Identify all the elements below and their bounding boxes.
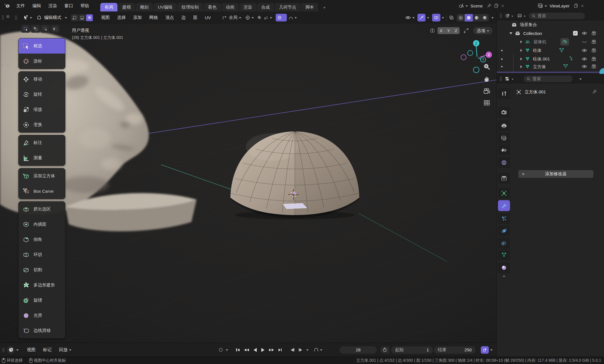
workspace-tab-compositing[interactable]: 合成	[257, 3, 274, 11]
pivot-point-dropdown[interactable]	[245, 15, 254, 20]
workspace-tab-shading[interactable]: 着色	[204, 3, 221, 11]
camera-expand-caret[interactable]	[520, 40, 522, 43]
add-menu[interactable]: 添加	[130, 15, 146, 20]
tool-inset-faces[interactable]: 内插面	[19, 217, 65, 232]
perspective-toggle-icon[interactable]	[483, 99, 491, 106]
menu-edit[interactable]: 编辑	[29, 3, 45, 9]
workspace-tab-uv[interactable]: UV编辑	[154, 3, 177, 11]
show-overlays-toggle[interactable]	[432, 14, 440, 21]
workspace-tab-animation[interactable]: 动画	[221, 3, 239, 11]
tool-scale[interactable]: 缩放	[19, 102, 65, 117]
scene-icon[interactable]	[458, 3, 464, 8]
camera-eye-closed-icon[interactable]	[582, 41, 587, 44]
timeline-view-menu[interactable]: 视图	[23, 347, 39, 353]
outliner-display-caret[interactable]	[511, 16, 513, 18]
edge-select-button[interactable]	[79, 14, 85, 21]
proportional-falloff-icon[interactable]	[289, 16, 293, 20]
play-button[interactable]	[260, 346, 266, 354]
collection-camera-icon[interactable]	[591, 31, 596, 36]
blender-logo-icon[interactable]	[3, 3, 10, 9]
frame-end-field[interactable]: 结束 250	[434, 346, 476, 354]
properties-editor-icon[interactable]	[505, 76, 510, 81]
jump-to-end-button[interactable]	[277, 346, 284, 354]
region-collapse-chevron-1[interactable]	[1, 64, 3, 66]
tab-scene[interactable]	[498, 144, 510, 155]
mirror-z-button[interactable]: Z	[452, 27, 460, 34]
jump-to-start-button[interactable]	[234, 346, 241, 354]
viewlayer-name[interactable]: ViewLayer	[550, 3, 570, 8]
viewport-3d[interactable]: 编辑模式 视图 选择 添加 网格 顶点 边 面 UV 全局	[0, 11, 497, 343]
tab-constraints[interactable]	[498, 238, 510, 249]
workspace-tab-scripting[interactable]: 脚本	[301, 3, 318, 11]
workspace-tab-rendering[interactable]: 渲染	[239, 3, 256, 11]
workspace-tab-sculpting[interactable]: 雕刻	[136, 3, 153, 11]
pan-hand-icon[interactable]	[483, 75, 491, 83]
select-box-variant-button[interactable]	[31, 25, 40, 33]
timeline-playback-menu[interactable]: 回放	[55, 347, 75, 353]
outliner-display-mode-icon[interactable]	[505, 13, 510, 18]
tab-object[interactable]	[498, 188, 510, 199]
delete-scene-icon[interactable]	[501, 4, 505, 8]
tab-collection[interactable]	[498, 173, 510, 184]
snap-dots-icon[interactable]	[463, 28, 469, 34]
new-viewlayer-icon[interactable]	[574, 3, 578, 8]
tab-modifiers[interactable]	[498, 200, 510, 211]
tool-annotate[interactable]: 标注	[19, 135, 65, 150]
mirror-x-button[interactable]: X	[438, 27, 445, 34]
uv-menu[interactable]: UV	[201, 15, 215, 20]
cube-eye-icon[interactable]	[582, 64, 587, 68]
cylinder-render-icon[interactable]	[591, 48, 596, 53]
outliner-row-camera[interactable]: 摄像机	[497, 38, 604, 46]
show-gizmo-toggle[interactable]	[417, 14, 425, 21]
shading-material-button[interactable]	[473, 14, 481, 21]
select-menu[interactable]: 选择	[113, 15, 130, 20]
scene-dropdown-caret[interactable]	[466, 5, 468, 8]
tool-add-cube[interactable]: 添加立方体	[19, 168, 65, 184]
camera-view-icon[interactable]	[483, 88, 491, 95]
tool-poly-build[interactable]: 多边形建形	[19, 278, 65, 293]
edge-menu[interactable]: 边	[178, 15, 189, 20]
proportional-edit-toggle[interactable]	[276, 14, 287, 21]
tool-edge-slide[interactable]: 边线滑移	[19, 323, 65, 338]
breadcrumb-object-name[interactable]: 立方体.001	[525, 89, 546, 95]
tool-smooth[interactable]: 光滑	[19, 308, 65, 323]
tab-tool[interactable]	[498, 88, 510, 99]
keying-set-button[interactable]	[481, 346, 489, 354]
tool-loop-cut[interactable]: 环切	[19, 247, 65, 262]
camera-render-icon[interactable]	[591, 40, 596, 44]
tool-transform[interactable]: 变换	[19, 117, 65, 132]
pin-scene-icon[interactable]	[487, 3, 491, 8]
header-grip[interactable]	[15, 15, 17, 20]
menu-render[interactable]: 渲染	[45, 3, 61, 9]
cylinder-eye-icon[interactable]	[582, 48, 587, 52]
gizmo-minus-z-axis[interactable]	[473, 67, 479, 73]
gizmo-minus-x-axis[interactable]	[461, 55, 466, 60]
cylinder001-expand-caret[interactable]	[520, 58, 522, 60]
gizmo-minus-y-axis[interactable]	[468, 50, 473, 56]
tool-move[interactable]: 移动	[19, 72, 65, 87]
next-frame-button[interactable]	[297, 346, 304, 354]
onion-skin-icon[interactable]	[314, 348, 319, 352]
tab-object-data[interactable]	[498, 249, 510, 260]
workspace-tab-layout[interactable]: 布局	[100, 3, 117, 11]
new-scene-icon[interactable]	[494, 3, 499, 8]
vertex-select-button[interactable]	[71, 14, 78, 21]
cube-render-icon[interactable]	[591, 64, 596, 69]
tab-render[interactable]	[498, 107, 510, 118]
cylinder001-eye-icon[interactable]	[582, 57, 587, 61]
collection-expand-caret[interactable]	[509, 32, 512, 34]
mirror-y-button[interactable]: Y	[445, 27, 452, 34]
mode-dropdown[interactable]: 编辑模式	[37, 15, 67, 20]
collection-eye-icon[interactable]	[582, 31, 587, 35]
outliner-row-cylinder[interactable]: 柱体	[497, 46, 604, 55]
tool-rotate[interactable]: 旋转	[19, 87, 65, 102]
outliner-row-cylinder-001[interactable]: 柱体.001	[497, 55, 604, 63]
add-workspace-button[interactable]: +	[319, 3, 330, 11]
viewlayer-icon[interactable]	[538, 3, 543, 8]
properties-search-field[interactable]: 搜索	[524, 76, 572, 82]
mesh-menu[interactable]: 网格	[146, 15, 162, 20]
play-reverse-button[interactable]	[252, 346, 258, 354]
shading-rendered-button[interactable]	[481, 14, 489, 21]
snap-target-icon[interactable]	[264, 15, 268, 20]
tweak-tool-button[interactable]	[21, 25, 30, 33]
